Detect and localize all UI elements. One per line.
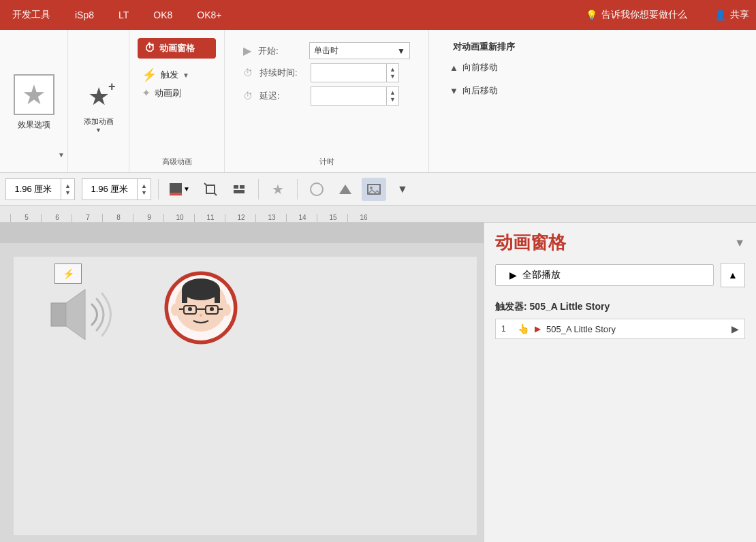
hand-icon: 👆 xyxy=(518,323,529,334)
search-text[interactable]: 告诉我你想要做什么 xyxy=(601,9,687,21)
menu-isp8[interactable]: iSp8 xyxy=(69,7,99,23)
delay-label: 延迟: xyxy=(259,90,304,102)
toolbar-separator-2 xyxy=(258,179,259,200)
share-text[interactable]: 共享 xyxy=(730,9,749,21)
svg-rect-12 xyxy=(51,303,66,326)
more-button[interactable]: ▼ xyxy=(390,178,415,201)
svg-point-29 xyxy=(223,304,231,316)
menu-devtools[interactable]: 开发工具 xyxy=(7,6,56,24)
ruler-tick-16: 16 xyxy=(347,214,378,222)
star-toolbar-button[interactable]: ★ xyxy=(266,178,290,201)
effect-options-button[interactable]: ★ 效果选项 xyxy=(7,55,61,150)
pane-up-button[interactable]: ▲ xyxy=(721,263,745,287)
duration-input[interactable] xyxy=(311,68,386,78)
add-animation-button[interactable]: ★ + 添加动画 ▼ xyxy=(75,69,123,136)
anim-pane-header: 动画窗格 ▼ xyxy=(484,223,756,260)
anim-pane-close-button[interactable]: ▼ xyxy=(734,237,745,249)
timing-section-label: 计时 xyxy=(319,157,334,165)
menu-search[interactable]: 💡 告诉我你想要做什么 xyxy=(586,9,687,21)
move-forward-button[interactable]: ▲ 向前移动 xyxy=(444,59,523,76)
fill-color-arrow: ▼ xyxy=(183,185,190,193)
anim-item-number: 1 xyxy=(501,324,512,334)
effect-options-label: 效果选项 xyxy=(18,119,50,131)
duration-label: 持续时间: xyxy=(259,67,304,79)
fill-color-icon xyxy=(170,183,182,195)
start-dropdown[interactable]: 单击时 ▼ xyxy=(309,42,410,59)
svg-marker-9 xyxy=(339,185,351,194)
trigger-prefix: 触发器: xyxy=(495,301,530,312)
delay-clock-icon: ⏱ xyxy=(243,91,253,101)
mountain-button[interactable] xyxy=(333,178,358,201)
flash-icon-box[interactable]: ⚡ xyxy=(54,264,82,284)
trigger-button[interactable]: ⚡ 触发 ▼ xyxy=(138,65,216,84)
ruler-tick-6: 6 xyxy=(41,214,72,222)
ruler-tick-14: 14 xyxy=(286,214,317,222)
menu-share[interactable]: 👤 共享 xyxy=(714,9,749,21)
menu-ok8plus[interactable]: OK8+ xyxy=(191,7,227,23)
anim-play-row: ▶ 全部播放 ▲ xyxy=(484,260,756,296)
fill-color-dropdown[interactable]: ▼ xyxy=(166,178,194,201)
animation-pane-label: 动画窗格 xyxy=(159,42,195,54)
reorder-section: 对动画重新排序 ▲ 向前移动 ▼ 向后移动 xyxy=(429,30,538,172)
menu-lt[interactable]: LT xyxy=(113,7,134,23)
toolbar-separator-1 xyxy=(158,179,159,200)
move-back-label: 向后移动 xyxy=(462,84,498,97)
delay-input-group: ▲▼ xyxy=(311,86,399,106)
width-input[interactable] xyxy=(6,184,61,194)
svg-rect-5 xyxy=(234,185,238,189)
up-arrow-icon: ▲ xyxy=(450,63,458,73)
duration-spin[interactable]: ▲▼ xyxy=(386,64,398,82)
ruler-tick-13: 13 xyxy=(255,214,286,222)
flash-icon: ⚡ xyxy=(63,268,74,279)
anim-pane-title: 动画窗格 xyxy=(495,231,566,255)
animation-pane: 动画窗格 ▼ ▶ 全部播放 ▲ 触发器: 505_A Little Story … xyxy=(484,223,756,542)
advanced-animation-section-label: 高级动画 xyxy=(162,157,192,165)
ruler-tick-10: 10 xyxy=(163,214,194,222)
svg-marker-13 xyxy=(66,289,85,340)
anim-list-item[interactable]: 1 👆 ▶ 505_A Little Story ▶ xyxy=(495,319,745,339)
move-forward-label: 向前移动 xyxy=(462,61,498,74)
svg-line-3 xyxy=(204,183,206,185)
svg-point-26 xyxy=(210,307,214,311)
animation-pane-button[interactable]: ⏱ 动画窗格 xyxy=(138,38,216,59)
crop-button[interactable] xyxy=(198,178,223,201)
svg-rect-2 xyxy=(206,185,215,193)
menu-ok8[interactable]: OK8 xyxy=(148,7,178,23)
svg-point-27 xyxy=(200,314,202,317)
height-input[interactable] xyxy=(82,184,137,194)
delay-row: ⏱ 延迟: ▲▼ xyxy=(243,86,410,106)
width-spin[interactable]: ▲▼ xyxy=(61,179,74,200)
ruler-tick-7: 7 xyxy=(72,214,102,222)
reorder-title: 对动画重新排序 xyxy=(444,41,523,53)
add-animation-label: 添加动画 xyxy=(84,116,114,127)
add-anim-dropdown[interactable]: ▼ xyxy=(95,127,101,133)
delay-spin[interactable]: ▲▼ xyxy=(386,87,398,105)
width-input-group: ▲▼ xyxy=(5,178,75,200)
ruler-tick-9: 9 xyxy=(133,214,163,222)
play-icon-pane: ▶ xyxy=(509,270,517,281)
effect-options-icon: ★ xyxy=(14,74,54,115)
ruler-tick-12: 12 xyxy=(225,214,255,222)
avatar-svg xyxy=(163,270,238,345)
clock-icon: ⏱ xyxy=(144,42,155,54)
slide-area[interactable]: ⚡ xyxy=(0,223,484,542)
anim-item-expand[interactable]: ▶ xyxy=(731,323,739,334)
delay-input[interactable] xyxy=(311,91,386,101)
start-dropdown-arrow: ▼ xyxy=(397,46,405,56)
effect-options-section: ★ 效果选项 ▼ xyxy=(0,30,68,172)
animation-brush-button[interactable]: ✦ 动画刷 xyxy=(138,84,216,101)
trigger-dropdown[interactable]: ▼ xyxy=(183,71,189,79)
play-all-button[interactable]: ▶ 全部播放 xyxy=(495,264,714,286)
align-button[interactable] xyxy=(227,178,251,201)
add-animation-section: ★ + 添加动画 ▼ xyxy=(68,30,129,172)
circle-button[interactable] xyxy=(304,178,329,201)
height-spin[interactable]: ▲▼ xyxy=(137,179,151,200)
move-back-button[interactable]: ▼ 向后移动 xyxy=(444,82,523,99)
start-value: 单击时 xyxy=(314,45,338,57)
effect-options-expand[interactable]: ▼ xyxy=(58,151,65,159)
svg-point-8 xyxy=(311,183,323,195)
pane-up-icon: ▲ xyxy=(728,270,738,281)
image-button[interactable] xyxy=(362,178,386,201)
ruler-tick-11: 11 xyxy=(194,214,225,222)
svg-point-17 xyxy=(182,278,220,300)
